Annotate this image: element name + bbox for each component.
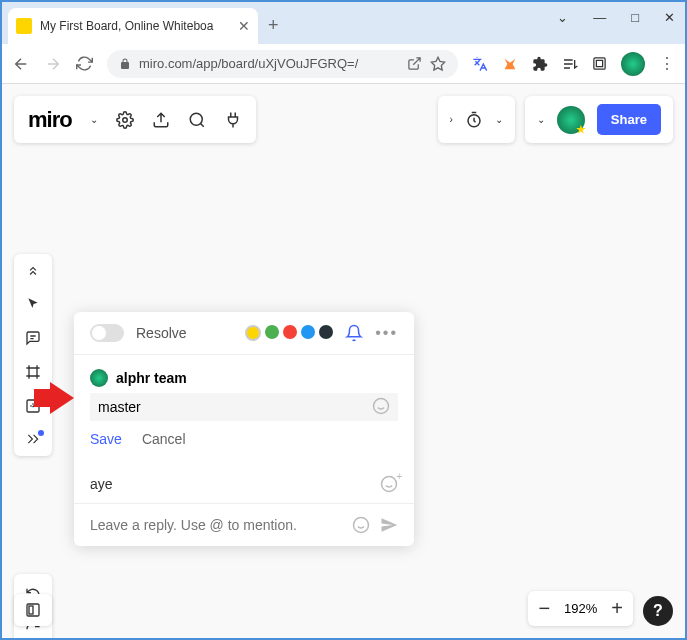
close-tab-icon[interactable]: ✕: [238, 18, 250, 34]
resolve-toggle[interactable]: [90, 324, 124, 342]
add-reaction-icon[interactable]: [380, 475, 398, 493]
timer-left-chevron-icon[interactable]: ›: [450, 114, 453, 125]
previous-comment: aye: [74, 461, 414, 495]
profile-avatar[interactable]: [621, 52, 645, 76]
comment-author: alphr team: [90, 369, 398, 387]
annotation-arrow: [50, 382, 74, 414]
comment-tool-icon[interactable]: [25, 330, 41, 346]
zoom-in-button[interactable]: +: [611, 597, 623, 620]
playlist-icon[interactable]: [562, 56, 578, 72]
notify-bell-icon[interactable]: [345, 324, 363, 342]
menu-dots-icon[interactable]: ⋮: [659, 54, 675, 73]
back-button[interactable]: [12, 55, 30, 73]
svg-point-2: [122, 117, 127, 122]
minimap-icon: [25, 602, 41, 618]
miro-toolbar-right: › ⌄ ⌄ Share: [438, 96, 673, 143]
puzzle-extension-icon[interactable]: [532, 56, 548, 72]
timer-right-chevron-icon[interactable]: ⌄: [495, 114, 503, 125]
share-url-icon[interactable]: [407, 56, 422, 71]
svg-point-9: [382, 477, 397, 492]
reply-emoji-icon[interactable]: [352, 516, 370, 534]
miro-top-toolbar: miro ⌄ › ⌄ ⌄ Share: [14, 96, 673, 143]
comment-more-icon[interactable]: •••: [375, 324, 398, 342]
timer-group: › ⌄: [438, 96, 515, 143]
new-tab-button[interactable]: +: [268, 15, 279, 36]
help-button[interactable]: ?: [643, 596, 673, 626]
svg-rect-0: [594, 58, 605, 69]
fox-extension-icon[interactable]: [502, 56, 518, 72]
reply-box: [74, 503, 414, 546]
window-dropdown-icon[interactable]: ⌄: [557, 10, 568, 25]
zoom-out-button[interactable]: −: [538, 597, 550, 620]
svg-point-8: [374, 399, 389, 414]
comment-header: Resolve •••: [74, 312, 414, 355]
more-tools-icon[interactable]: [26, 432, 40, 446]
browser-toolbar: miro.com/app/board/uXjVOuJFGRQ=/ ⋮: [2, 44, 685, 84]
comment-body: alphr team Save Cancel: [74, 355, 414, 461]
tabs-icon[interactable]: [592, 56, 607, 71]
miro-toolbar-left: miro ⌄: [14, 96, 256, 143]
board-menu-chevron-icon[interactable]: ⌄: [90, 114, 98, 125]
send-reply-icon[interactable]: [380, 516, 398, 534]
map-toggle[interactable]: [14, 594, 52, 626]
forward-button[interactable]: [44, 55, 62, 73]
color-green-icon[interactable]: [265, 325, 279, 339]
comment-panel: Resolve ••• alphr team Save Canc: [74, 312, 414, 546]
window-maximize-icon[interactable]: □: [631, 10, 639, 25]
translate-icon[interactable]: [472, 56, 488, 72]
color-blue-icon[interactable]: [301, 325, 315, 339]
window-close-icon[interactable]: ✕: [664, 10, 675, 25]
window-controls: ⌄ — □ ✕: [557, 10, 675, 25]
svg-point-10: [354, 518, 369, 533]
browser-tab-strip: My First Board, Online Whiteboa ✕ + ⌄ — …: [2, 2, 685, 44]
export-icon[interactable]: [152, 111, 170, 129]
select-cursor-icon[interactable]: [26, 296, 40, 312]
svg-rect-7: [29, 606, 33, 614]
settings-gear-icon[interactable]: [116, 111, 134, 129]
edit-comment-input[interactable]: [90, 393, 398, 421]
emoji-picker-icon[interactable]: [372, 397, 390, 415]
reload-button[interactable]: [76, 55, 93, 72]
color-yellow-icon[interactable]: [245, 325, 261, 341]
tab-title: My First Board, Online Whiteboa: [40, 19, 230, 33]
miro-logo[interactable]: miro: [28, 107, 72, 133]
edit-actions: Save Cancel: [90, 431, 398, 447]
plug-icon[interactable]: [224, 111, 242, 129]
zoom-value[interactable]: 192%: [564, 601, 597, 616]
previous-comment-text: aye: [90, 476, 113, 492]
svg-point-3: [190, 113, 202, 125]
bookmark-star-icon[interactable]: [430, 56, 446, 72]
author-avatar-icon: [90, 369, 108, 387]
cancel-button[interactable]: Cancel: [142, 431, 186, 447]
address-bar[interactable]: miro.com/app/board/uXjVOuJFGRQ=/: [107, 50, 458, 78]
share-group: ⌄ Share: [525, 96, 673, 143]
lock-icon: [119, 58, 131, 70]
frame-tool-icon[interactable]: [25, 364, 41, 380]
color-red-icon[interactable]: [283, 325, 297, 339]
resolve-label: Resolve: [136, 325, 187, 341]
url-text: miro.com/app/board/uXjVOuJFGRQ=/: [139, 56, 399, 71]
author-name: alphr team: [116, 370, 187, 386]
window-minimize-icon[interactable]: —: [593, 10, 606, 25]
svg-rect-1: [596, 60, 602, 66]
zoom-controls: − 192% +: [528, 591, 633, 626]
miro-favicon: [16, 18, 32, 34]
color-dark-icon[interactable]: [319, 325, 333, 339]
browser-tab[interactable]: My First Board, Online Whiteboa ✕: [8, 8, 258, 44]
color-tag-picker: [245, 325, 333, 341]
collapse-icon[interactable]: [26, 264, 40, 278]
save-button[interactable]: Save: [90, 431, 122, 447]
timer-icon[interactable]: [465, 111, 483, 129]
user-avatar[interactable]: [557, 106, 585, 134]
share-button[interactable]: Share: [597, 104, 661, 135]
reply-input[interactable]: [90, 517, 342, 533]
search-icon[interactable]: [188, 111, 206, 129]
present-chevron-icon[interactable]: ⌄: [537, 114, 545, 125]
tool-rail: [14, 254, 52, 456]
browser-extensions: ⋮: [472, 52, 675, 76]
miro-canvas[interactable]: miro ⌄ › ⌄ ⌄ Share: [2, 84, 685, 638]
